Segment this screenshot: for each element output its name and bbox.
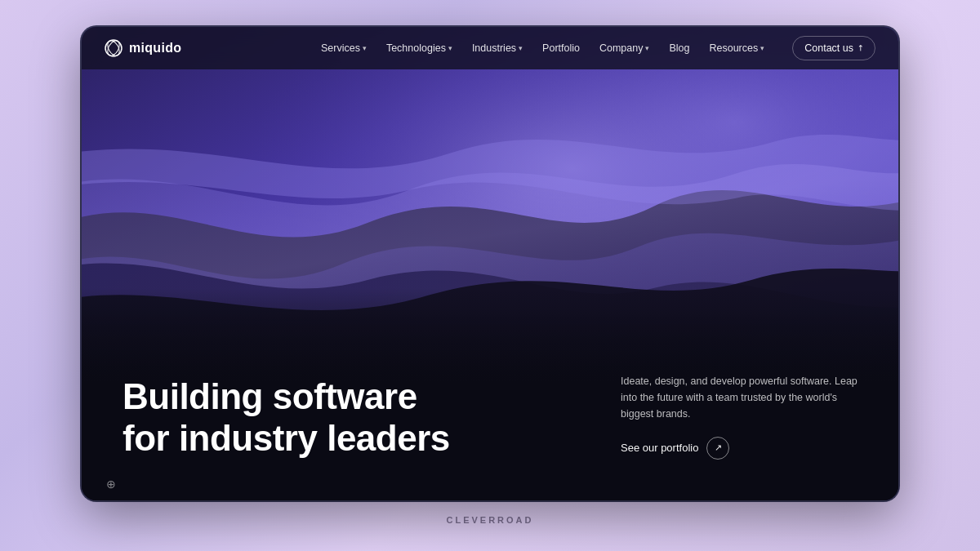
nav-blog[interactable]: Blog xyxy=(661,38,697,59)
cleveroad-label: CLEVERROAD xyxy=(446,515,533,525)
resources-chevron-icon: ▾ xyxy=(760,44,764,52)
technologies-chevron-icon: ▾ xyxy=(448,44,452,52)
logo[interactable]: miquido xyxy=(105,39,181,57)
nav-links: Services ▾ Technologies ▾ Industries ▾ P… xyxy=(313,38,773,59)
portfolio-cta-button[interactable]: See our portfolio ↗ xyxy=(621,437,858,460)
nav-resources[interactable]: Resources ▾ xyxy=(701,38,773,59)
hero-description: Ideate, design, and develop powerful sof… xyxy=(621,373,858,422)
nav-portfolio[interactable]: Portfolio xyxy=(534,38,588,59)
logo-text: miquido xyxy=(129,41,181,56)
nav-company[interactable]: Company ▾ xyxy=(591,38,658,59)
hero-content: Building software for industry leaders I… xyxy=(82,288,898,500)
portfolio-arrow-icon: ↗ xyxy=(706,437,729,460)
hero-right-area: Ideate, design, and develop powerful sof… xyxy=(604,373,898,460)
hero-title: Building software for industry leaders xyxy=(122,376,604,459)
services-chevron-icon: ▾ xyxy=(363,44,367,52)
hero-title-area: Building software for industry leaders xyxy=(82,376,604,459)
navbar: miquido Services ▾ Technologies ▾ Indust… xyxy=(82,27,898,69)
nav-technologies[interactable]: Technologies ▾ xyxy=(378,38,461,59)
nav-services[interactable]: Services ▾ xyxy=(313,38,375,59)
contact-arrow-icon: ↗ xyxy=(854,42,865,53)
nav-industries[interactable]: Industries ▾ xyxy=(464,38,531,59)
logo-icon xyxy=(105,39,122,57)
company-chevron-icon: ▾ xyxy=(645,44,649,52)
bottom-icon: ⊕ xyxy=(106,478,116,491)
industries-chevron-icon: ▾ xyxy=(519,44,523,52)
bottom-bar: ⊕ xyxy=(106,478,116,491)
contact-button[interactable]: Contact us ↗ xyxy=(792,36,875,60)
device-frame: miquido Services ▾ Technologies ▾ Indust… xyxy=(82,27,898,500)
